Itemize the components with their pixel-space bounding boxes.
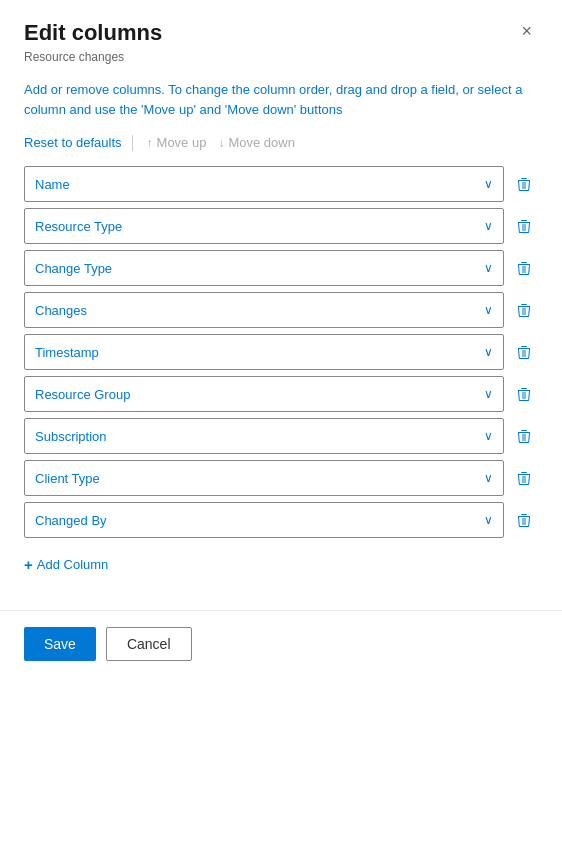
delete-column-button-7[interactable]: [510, 466, 538, 490]
toolbar-separator: [132, 135, 133, 151]
delete-column-button-8[interactable]: [510, 508, 538, 532]
panel-title: Edit columns: [24, 20, 162, 46]
column-row: Resource Type∨: [24, 208, 538, 244]
column-row: Resource Group∨: [24, 376, 538, 412]
delete-column-button-1[interactable]: [510, 214, 538, 238]
trash-icon: [516, 512, 532, 528]
column-label-6: Subscription: [35, 429, 107, 444]
chevron-down-icon: ∨: [484, 345, 493, 359]
trash-icon: [516, 176, 532, 192]
trash-icon: [516, 344, 532, 360]
column-label-8: Changed By: [35, 513, 107, 528]
add-column-button[interactable]: + Add Column: [24, 552, 108, 577]
reset-defaults-button[interactable]: Reset to defaults: [24, 135, 122, 150]
column-label-1: Resource Type: [35, 219, 122, 234]
column-label-7: Client Type: [35, 471, 100, 486]
chevron-down-icon: ∨: [484, 471, 493, 485]
columns-list: Name∨ Resource Type∨ Change Type∨ Change…: [24, 166, 538, 538]
chevron-down-icon: ∨: [484, 177, 493, 191]
chevron-down-icon: ∨: [484, 387, 493, 401]
column-select-7[interactable]: Client Type∨: [24, 460, 504, 496]
chevron-down-icon: ∨: [484, 303, 493, 317]
delete-column-button-6[interactable]: [510, 424, 538, 448]
chevron-down-icon: ∨: [484, 513, 493, 527]
delete-column-button-5[interactable]: [510, 382, 538, 406]
column-select-5[interactable]: Resource Group∨: [24, 376, 504, 412]
column-row: Changed By∨: [24, 502, 538, 538]
trash-icon: [516, 428, 532, 444]
footer: Save Cancel: [0, 610, 562, 677]
column-select-6[interactable]: Subscription∨: [24, 418, 504, 454]
trash-icon: [516, 302, 532, 318]
move-down-label: Move down: [228, 135, 294, 150]
add-column-plus-icon: +: [24, 556, 33, 573]
panel-subtitle: Resource changes: [24, 50, 538, 64]
column-select-3[interactable]: Changes∨: [24, 292, 504, 328]
column-select-8[interactable]: Changed By∨: [24, 502, 504, 538]
chevron-down-icon: ∨: [484, 261, 493, 275]
column-row: Changes∨: [24, 292, 538, 328]
move-up-label: Move up: [157, 135, 207, 150]
column-label-5: Resource Group: [35, 387, 130, 402]
chevron-down-icon: ∨: [484, 429, 493, 443]
move-down-icon: ↓: [218, 136, 224, 150]
move-up-button[interactable]: ↑ Move up: [143, 133, 211, 152]
column-label-0: Name: [35, 177, 70, 192]
column-row: Client Type∨: [24, 460, 538, 496]
toolbar: Reset to defaults ↑ Move up ↓ Move down: [24, 133, 538, 152]
panel-header: Edit columns ×: [24, 20, 538, 46]
delete-column-button-2[interactable]: [510, 256, 538, 280]
column-row: Timestamp∨: [24, 334, 538, 370]
column-row: Subscription∨: [24, 418, 538, 454]
column-row: Name∨: [24, 166, 538, 202]
move-down-button[interactable]: ↓ Move down: [214, 133, 298, 152]
column-select-2[interactable]: Change Type∨: [24, 250, 504, 286]
trash-icon: [516, 470, 532, 486]
edit-columns-panel: Edit columns × Resource changes Add or r…: [0, 0, 562, 677]
chevron-down-icon: ∨: [484, 219, 493, 233]
trash-icon: [516, 386, 532, 402]
column-row: Change Type∨: [24, 250, 538, 286]
close-button[interactable]: ×: [515, 20, 538, 42]
trash-icon: [516, 260, 532, 276]
delete-column-button-0[interactable]: [510, 172, 538, 196]
panel-description: Add or remove columns. To change the col…: [24, 80, 538, 119]
delete-column-button-3[interactable]: [510, 298, 538, 322]
column-select-1[interactable]: Resource Type∨: [24, 208, 504, 244]
add-column-label: Add Column: [37, 557, 109, 572]
cancel-button[interactable]: Cancel: [106, 627, 192, 661]
column-label-4: Timestamp: [35, 345, 99, 360]
delete-column-button-4[interactable]: [510, 340, 538, 364]
trash-icon: [516, 218, 532, 234]
save-button[interactable]: Save: [24, 627, 96, 661]
move-up-icon: ↑: [147, 136, 153, 150]
column-select-4[interactable]: Timestamp∨: [24, 334, 504, 370]
column-select-0[interactable]: Name∨: [24, 166, 504, 202]
column-label-3: Changes: [35, 303, 87, 318]
column-label-2: Change Type: [35, 261, 112, 276]
